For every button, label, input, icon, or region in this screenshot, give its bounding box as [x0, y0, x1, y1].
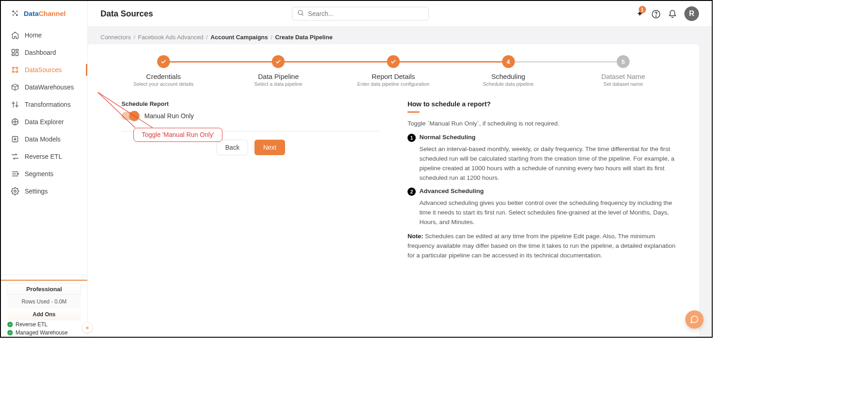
collapse-sidebar-button[interactable]: « — [82, 322, 93, 333]
nav-label: Home — [25, 31, 42, 39]
step-4[interactable]: 4SchedulingSchedule data pipeline — [451, 55, 566, 87]
step-circle: 4 — [502, 55, 515, 68]
nav-item-datasources[interactable]: DataSources — [1, 61, 87, 78]
chat-fab[interactable] — [685, 310, 704, 329]
step-circle — [387, 55, 400, 68]
step-circle: 5 — [617, 55, 630, 68]
divider — [1, 280, 87, 281]
list-number-1: 1 — [408, 134, 416, 142]
advanced-title: Advanced Scheduling — [419, 188, 484, 194]
next-button[interactable]: Next — [254, 140, 285, 155]
nav-item-dashboard[interactable]: Dashboard — [1, 44, 87, 61]
notif-badge: 1 — [639, 6, 646, 13]
breadcrumb-segment[interactable]: Connectors — [101, 34, 131, 41]
svg-line-21 — [98, 92, 135, 128]
step-title: Data Pipeline — [221, 73, 336, 80]
svg-point-0 — [12, 10, 14, 12]
step-title: Credentials — [106, 73, 221, 80]
transformations-icon — [11, 100, 19, 109]
bell-icon[interactable] — [668, 10, 676, 18]
logo-text: DataChannel — [24, 10, 66, 17]
topbar: Data Sources ✦1 R — [88, 1, 712, 26]
step-circle — [272, 55, 285, 68]
svg-point-17 — [298, 10, 302, 15]
step-subtitle: Enter data pipeline configuration — [336, 81, 451, 87]
segments-icon — [11, 170, 19, 178]
breadcrumb-separator: / — [133, 34, 135, 41]
search-input[interactable] — [308, 10, 424, 17]
divider — [122, 131, 380, 131]
nav-label: Settings — [25, 188, 48, 195]
page-title: Data Sources — [101, 9, 153, 19]
button-row: Back Next — [122, 140, 380, 155]
nav-item-reverse[interactable]: Reverse ETL — [1, 148, 87, 165]
step-title: Scheduling — [451, 73, 566, 80]
breadcrumb-segment[interactable]: Facebook Ads Advanced — [138, 34, 203, 41]
models-icon — [11, 135, 19, 143]
schedule-section: Schedule Report Manual Run Only Back Nex… — [106, 100, 380, 155]
step-3[interactable]: Report DetailsEnter data pipeline config… — [336, 55, 451, 87]
advanced-body: Advanced scheduling gives you better con… — [419, 199, 681, 227]
addon-item: ✓Managed Warehouse — [7, 329, 81, 337]
addon-item: ✓Reverse ETL — [7, 320, 81, 329]
back-button[interactable]: Back — [217, 140, 248, 155]
main: Data Sources ✦1 R Connectors/Facebook Ad… — [88, 1, 712, 337]
nav-item-segments[interactable]: Segments — [1, 165, 87, 183]
nav-label: Data Explorer — [25, 118, 64, 125]
search-box[interactable] — [292, 7, 429, 21]
avatar[interactable]: R — [684, 6, 699, 21]
svg-rect-6 — [16, 49, 18, 51]
svg-point-3 — [16, 14, 18, 16]
nav: HomeDashboardDataSourcesDataWarehousesTr… — [1, 23, 87, 275]
content-card: CredentialsSelect your account detailsDa… — [88, 44, 699, 337]
nav-item-transformations[interactable]: Transformations — [1, 96, 87, 113]
help-panel: How to schedule a report? Toggle `Manual… — [408, 100, 681, 260]
nav-item-settings[interactable]: Settings — [1, 183, 87, 200]
plan-badge[interactable]: Professional — [7, 283, 81, 295]
svg-point-2 — [12, 14, 14, 16]
svg-line-18 — [302, 14, 303, 16]
section-label: Schedule Report — [122, 100, 380, 107]
normal-title: Normal Scheduling — [419, 134, 476, 141]
nav-label: DataWarehouses — [25, 84, 74, 91]
nav-label: DataSources — [25, 66, 62, 73]
nav-item-models[interactable]: Data Models — [1, 131, 87, 148]
step-circle — [157, 55, 170, 68]
manual-run-toggle[interactable] — [122, 112, 139, 120]
stepper: CredentialsSelect your account detailsDa… — [106, 55, 681, 87]
svg-line-22 — [98, 92, 153, 128]
breadcrumb-separator: / — [206, 34, 208, 41]
help-underline — [408, 111, 419, 113]
nav-item-home[interactable]: Home — [1, 26, 87, 44]
logo[interactable]: DataChannel — [1, 1, 87, 23]
datasources-icon — [11, 66, 19, 74]
addons-title: Add Ons — [7, 308, 81, 320]
dashboard-icon — [11, 48, 19, 57]
help-icon[interactable] — [651, 10, 660, 18]
step-subtitle: Select a data pipeline — [221, 81, 336, 87]
step-subtitle: Set dataset name — [566, 81, 681, 87]
nav-item-warehouses[interactable]: DataWarehouses — [1, 78, 87, 96]
help-title: How to schedule a report? — [408, 100, 681, 108]
svg-point-1 — [16, 10, 18, 12]
nav-label: Transformations — [25, 101, 71, 108]
sidebar-bottom: Professional Rows Used - 0.0M Add Ons ✓R… — [1, 275, 87, 337]
search-icon — [297, 9, 304, 18]
svg-rect-5 — [12, 49, 14, 52]
sparkle-icon[interactable]: ✦1 — [636, 9, 643, 19]
svg-rect-8 — [12, 54, 14, 56]
nav-label: Dashboard — [25, 49, 56, 56]
step-title: Dataset Name — [566, 73, 681, 80]
step-subtitle: Schedule data pipeline — [451, 81, 566, 87]
reverse-icon — [11, 152, 19, 161]
svg-point-4 — [14, 12, 16, 14]
svg-point-15 — [17, 173, 19, 175]
breadcrumb-separator: / — [271, 34, 273, 41]
svg-point-16 — [14, 190, 16, 193]
sidebar: DataChannel HomeDashboardDataSourcesData… — [1, 1, 88, 337]
nav-item-explorer[interactable]: Data Explorer — [1, 113, 87, 131]
step-1[interactable]: CredentialsSelect your account details — [106, 55, 221, 87]
step-2[interactable]: Data PipelineSelect a data pipeline — [221, 55, 336, 87]
settings-icon — [11, 187, 19, 195]
step-5[interactable]: 5Dataset NameSet dataset name — [566, 55, 681, 87]
